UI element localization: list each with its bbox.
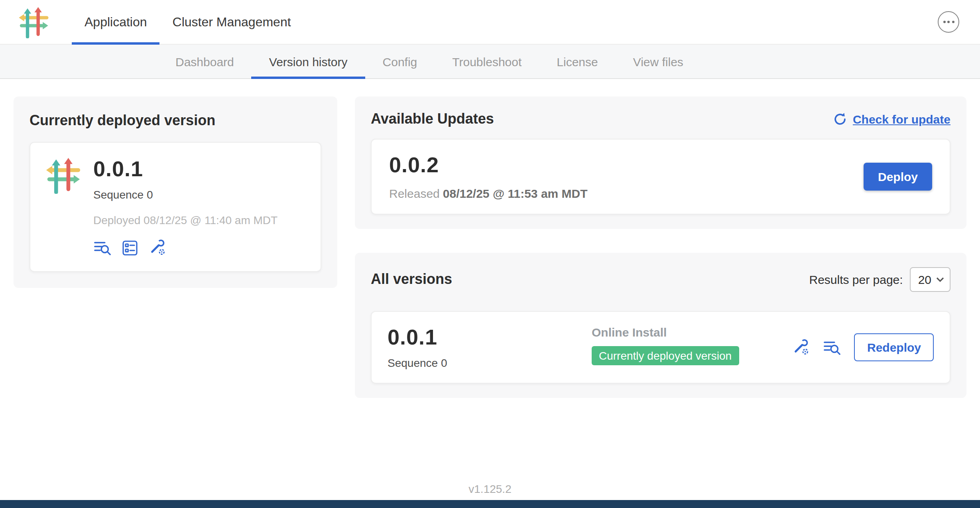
config-wrench-icon[interactable]: [148, 238, 167, 257]
update-version-number: 0.0.2: [389, 153, 588, 178]
tab-license[interactable]: License: [539, 45, 615, 78]
deployed-sequence-label: Sequence 0: [93, 188, 277, 201]
tab-troubleshoot[interactable]: Troubleshoot: [435, 45, 539, 78]
row-actions: Redeploy: [792, 333, 934, 361]
ellipsis-icon: [943, 21, 945, 23]
released-date: 08/12/25 @ 11:53 am MDT: [443, 187, 588, 200]
app-icon: [45, 157, 81, 194]
preflight-checks-icon[interactable]: [122, 240, 138, 256]
currently-deployed-card: Currently deployed version 0.0.1 Sequenc…: [14, 96, 337, 288]
more-options-button[interactable]: [938, 11, 959, 33]
results-per-page-select[interactable]: 20: [910, 267, 950, 292]
tab-dashboard[interactable]: Dashboard: [158, 45, 252, 78]
main-content: Currently deployed version 0.0.1 Sequenc…: [0, 79, 980, 398]
deploy-button[interactable]: Deploy: [864, 163, 932, 191]
top-navbar: Application Cluster Management: [0, 0, 980, 45]
available-updates-title: Available Updates: [371, 111, 494, 128]
check-for-update-link[interactable]: Check for update: [834, 112, 950, 126]
deployed-version-card: 0.0.1 Sequence 0 Deployed 08/12/25 @ 11:…: [30, 142, 321, 272]
row-config-wrench-icon[interactable]: [792, 338, 811, 356]
chevron-down-icon: [936, 277, 944, 282]
tab-version-history[interactable]: Version history: [252, 45, 365, 78]
released-prefix: Released: [389, 187, 440, 200]
deploy-logs-icon[interactable]: [93, 240, 112, 256]
app-logo-icon: [18, 6, 49, 38]
deployed-actions: [93, 238, 277, 257]
release-timestamp: Released08/12/25 @ 11:53 am MDT: [389, 187, 588, 200]
redeploy-button[interactable]: Redeploy: [854, 333, 934, 361]
currently-deployed-title: Currently deployed version: [30, 112, 321, 129]
tab-cluster-management-label: Cluster Management: [173, 15, 291, 29]
update-version-card: 0.0.2 Released08/12/25 @ 11:53 am MDT De…: [371, 139, 950, 215]
tab-view-files[interactable]: View files: [616, 45, 701, 78]
deployed-version-number: 0.0.1: [93, 157, 277, 182]
row-logs-icon[interactable]: [823, 339, 842, 355]
row-version-number: 0.0.1: [388, 325, 592, 350]
available-updates-card: Available Updates Check for update: [355, 96, 966, 229]
bottom-bar: [0, 500, 980, 508]
all-versions-card: All versions Results per page: 20 0.0: [355, 253, 966, 398]
refresh-icon: [834, 112, 847, 126]
tab-application[interactable]: Application: [72, 0, 160, 44]
right-column: Available Updates Check for update: [355, 96, 966, 398]
currently-deployed-badge: Currently deployed version: [592, 346, 739, 365]
app-subnav: Dashboard Version history Config Trouble…: [0, 45, 980, 79]
deployed-timestamp: Deployed 08/12/25 @ 11:40 am MDT: [93, 214, 277, 226]
install-type-label: Online Install: [592, 325, 792, 339]
results-per-page-value: 20: [918, 273, 931, 286]
version-row: 0.0.1 Sequence 0 Online Install Currentl…: [371, 311, 950, 384]
results-per-page-label: Results per page:: [809, 273, 903, 286]
all-versions-title: All versions: [371, 271, 452, 288]
row-sequence-label: Sequence 0: [388, 356, 592, 369]
footer-version: v1.125.2: [0, 482, 980, 495]
tab-cluster-management[interactable]: Cluster Management: [160, 0, 304, 44]
results-per-page-group: Results per page: 20: [809, 267, 950, 292]
tab-application-label: Application: [85, 15, 147, 29]
check-for-update-label: Check for update: [853, 112, 950, 126]
page: Application Cluster Management Dashboard…: [0, 0, 980, 508]
tab-config[interactable]: Config: [365, 45, 435, 78]
